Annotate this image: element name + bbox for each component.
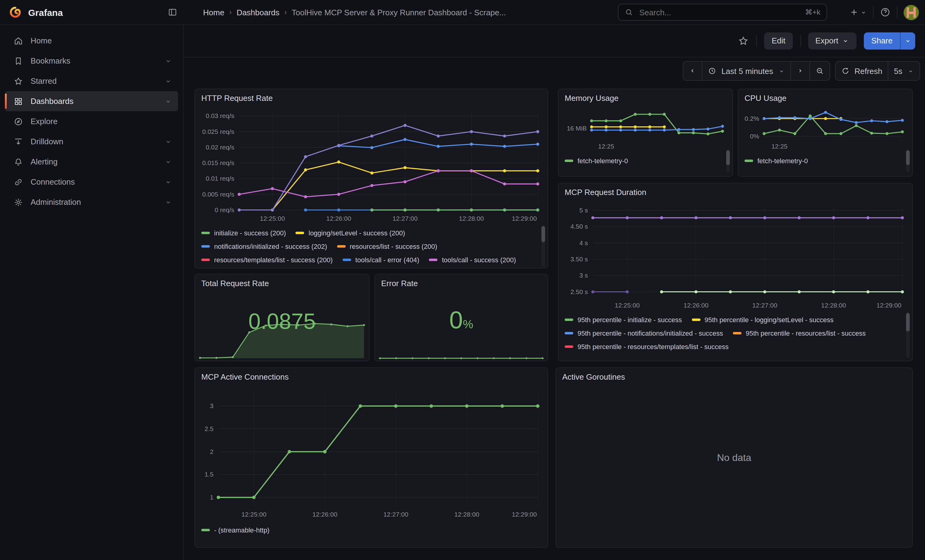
sidebar-item-drilldown[interactable]: Drilldown: [5, 131, 178, 152]
share-dropdown-button[interactable]: [900, 32, 915, 49]
legend-item[interactable]: 95th percentile - notifications/initiali…: [565, 326, 723, 340]
chevron-down-icon: [907, 68, 914, 74]
legend-item[interactable]: notifications/initialized - success (202…: [201, 240, 327, 253]
panel-title[interactable]: MCP Request Duration: [565, 188, 646, 197]
breadcrumb-item[interactable]: Home: [203, 8, 224, 17]
share-button[interactable]: Share: [864, 32, 900, 49]
legend-scrollbar[interactable]: [906, 149, 910, 173]
legend-series-label: - (streamable-http): [214, 526, 270, 534]
chart-legend: fetch-telemetry-0: [565, 154, 723, 166]
expand-chevron[interactable]: [164, 98, 172, 105]
grafana-app: Grafana Home›Dashboards›ToolHive MCP Ser…: [0, 0, 925, 560]
sidebar-item-label: Administration: [30, 197, 81, 207]
legend-item[interactable]: tools/call - error (404): [343, 253, 419, 267]
sidebar-item-label: Drilldown: [30, 137, 63, 146]
svg-text:4 s: 4 s: [579, 239, 588, 246]
edit-button[interactable]: Edit: [764, 32, 793, 49]
sidebar-item-label: Connections: [30, 177, 75, 186]
refresh-icon: [841, 67, 850, 75]
sidebar-item-alerting[interactable]: Alerting: [5, 152, 178, 172]
panel-title[interactable]: Total Request Rate: [201, 279, 269, 288]
panel-title[interactable]: MCP Active Connections: [201, 372, 289, 381]
zoom-out-time-button[interactable]: [809, 62, 829, 80]
panel-title[interactable]: Memory Usage: [565, 93, 619, 103]
panel-total-request-rate: Total Request Rate 0.0875: [194, 274, 369, 361]
legend-item[interactable]: unknown - success (200): [296, 267, 384, 269]
sidebar-item-home[interactable]: Home: [5, 30, 178, 51]
svg-text:3 s: 3 s: [579, 272, 588, 279]
legend-item[interactable]: tools/list - success (200): [201, 267, 286, 269]
sidebar-item-administration[interactable]: Administration: [5, 192, 178, 212]
expand-chevron[interactable]: [164, 178, 172, 186]
legend-item[interactable]: 95th percentile - logging/setLevel - suc…: [691, 313, 833, 326]
mcp-active-connections-chart[interactable]: 11.522.5312:25:0012:26:0012:27:0012:28:0…: [200, 385, 544, 519]
expand-chevron[interactable]: [164, 77, 172, 85]
svg-text:5 s: 5 s: [579, 207, 588, 214]
legend-item[interactable]: - (streamable-http): [201, 523, 270, 537]
panel-title[interactable]: CPU Usage: [744, 93, 786, 103]
expand-chevron[interactable]: [164, 158, 172, 165]
expand-chevron[interactable]: [164, 198, 172, 206]
time-shift-forward-button[interactable]: [790, 62, 809, 80]
legend-item[interactable]: resources/templates/list - success (200): [201, 253, 333, 267]
compass-icon: [14, 116, 23, 126]
breadcrumb-item[interactable]: Dashboards: [237, 8, 279, 17]
legend-item[interactable]: logging/setLevel - success (200): [296, 226, 405, 240]
svg-text:2: 2: [210, 448, 214, 455]
memory-usage-chart[interactable]: 16 MiB12:25: [562, 104, 729, 152]
svg-text:16 MiB: 16 MiB: [567, 125, 587, 132]
nav-left: Grafana: [0, 0, 184, 24]
svg-text:1.5: 1.5: [205, 471, 214, 478]
time-range-picker[interactable]: Last 5 minutes: [702, 62, 790, 80]
sidebar-item-starred[interactable]: Starred: [5, 71, 178, 91]
time-shift-back-button[interactable]: [683, 62, 702, 80]
refresh-interval-picker[interactable]: 5s: [888, 62, 919, 80]
sidebar-item-explore[interactable]: Explore: [5, 111, 178, 131]
chevron-down-icon: [860, 9, 867, 16]
legend-series-color: [744, 159, 753, 162]
legend-series-label: fetch-telemetry-0: [577, 157, 628, 164]
legend-item[interactable]: 95th percentile - resources/list - succe…: [733, 326, 866, 340]
legend-item[interactable]: initialize - success (200): [201, 226, 286, 240]
legend-series-label: fetch-telemetry-0: [757, 157, 808, 164]
sidebar-item-connections[interactable]: Connections: [5, 172, 178, 192]
error-rate-sparkline[interactable]: [379, 348, 544, 359]
sidebar-item-dashboards[interactable]: Dashboards: [5, 91, 178, 111]
refresh-button[interactable]: Refresh: [835, 62, 888, 80]
add-new-button[interactable]: [849, 8, 867, 17]
search-input[interactable]: [638, 7, 800, 17]
refresh-label: Refresh: [854, 66, 882, 75]
legend-item[interactable]: resources/list - success (200): [337, 240, 437, 253]
legend-scrollbar[interactable]: [906, 312, 910, 358]
avatar[interactable]: [904, 5, 919, 20]
mcp-request-duration-chart[interactable]: 5 s4.50 s4 s3.50 s3 s2.50 s12:25:0012:26…: [563, 201, 908, 311]
legend-item[interactable]: tools/call - success (200): [429, 253, 516, 267]
panel-title[interactable]: HTTP Request Rate: [201, 93, 273, 103]
legend-item[interactable]: 95th percentile - initialize - success: [565, 313, 682, 326]
panel-title[interactable]: Active Goroutines: [562, 372, 625, 381]
panel-title[interactable]: Error Rate: [381, 279, 418, 288]
breadcrumb-item[interactable]: ToolHive MCP Server & Proxy Runner Dashb…: [292, 8, 506, 17]
svg-text:0.2%: 0.2%: [744, 115, 759, 122]
search-bar[interactable]: ⌘+k: [618, 4, 827, 21]
http-request-rate-chart[interactable]: 0 req/s0.005 req/s0.01 req/s0.015 req/s0…: [200, 107, 544, 224]
legend-scrollbar[interactable]: [726, 149, 730, 173]
svg-text:1: 1: [210, 494, 214, 501]
legend-item[interactable]: 95th percentile - resources/templates/li…: [565, 340, 729, 353]
svg-text:12:25:00: 12:25:00: [241, 511, 267, 518]
favorite-star-button[interactable]: [738, 35, 749, 46]
export-button[interactable]: Export: [808, 32, 856, 49]
legend-scrollbar[interactable]: [541, 225, 545, 267]
legend-item[interactable]: fetch-telemetry-0: [744, 154, 808, 166]
chevron-down-icon: [842, 37, 850, 44]
expand-chevron[interactable]: [164, 138, 172, 145]
refresh-group: Refresh 5s: [835, 61, 920, 81]
svg-text:12:25: 12:25: [771, 143, 788, 150]
search-icon: [625, 8, 633, 17]
cpu-usage-chart[interactable]: 0.2%0%12:25: [742, 104, 908, 152]
expand-chevron[interactable]: [164, 57, 172, 65]
help-button[interactable]: [880, 7, 891, 18]
legend-item[interactable]: fetch-telemetry-0: [565, 154, 628, 166]
sidebar-item-bookmarks[interactable]: Bookmarks: [5, 51, 178, 71]
dock-menu-button[interactable]: [168, 8, 178, 17]
